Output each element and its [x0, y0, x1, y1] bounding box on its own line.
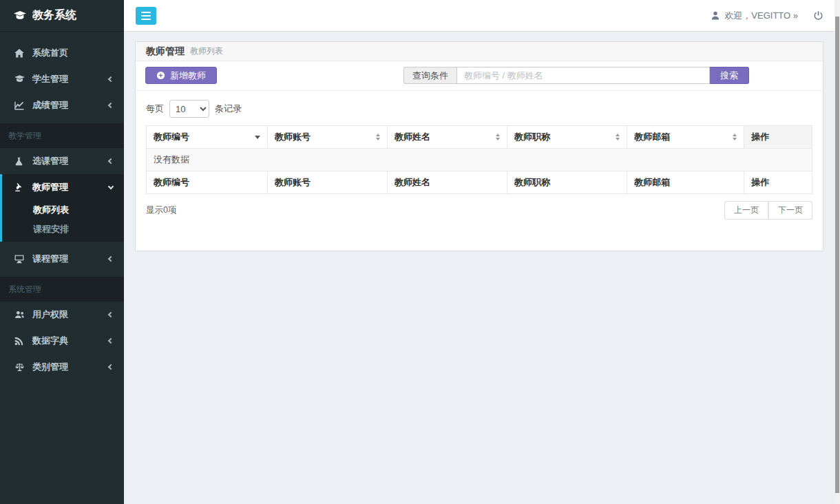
search-input[interactable]: [456, 67, 710, 84]
logout-button[interactable]: [813, 10, 823, 21]
user-menu[interactable]: 欢迎，VEGITTO »: [711, 10, 798, 22]
footer-col-teacher-title: 教师职称: [507, 171, 627, 194]
sort-icon: [496, 134, 500, 140]
panel-header: 教师管理 教师列表: [136, 42, 823, 61]
sidebar-item-label: 数据字典: [32, 335, 109, 347]
page-subtitle: 教师列表: [190, 45, 223, 57]
column-label: 教师编号: [154, 131, 189, 143]
chevron-left-icon: [108, 338, 114, 344]
page-size-control: 每页 10 条记录: [146, 100, 812, 118]
table-header-row: 教师编号 教师账号 教师姓名: [147, 126, 812, 149]
chevron-down-icon: [108, 184, 114, 189]
pagination: 上一页 下一页: [724, 201, 812, 220]
sidebar-item-category-management[interactable]: 类别管理: [0, 354, 124, 380]
chevron-left-icon: [108, 76, 114, 82]
vertical-scrollbar[interactable]: [834, 0, 840, 504]
chevron-left-icon: [108, 364, 114, 370]
users-icon: [14, 311, 26, 319]
welcome-text: 欢迎，VEGITTO »: [724, 10, 798, 22]
footer-col-teacher-account: 教师账号: [267, 171, 387, 194]
plus-circle-icon: [156, 71, 165, 80]
sort-icon: [376, 134, 380, 140]
sidebar-item-label: 学生管理: [32, 73, 109, 85]
desktop-icon: [14, 255, 26, 264]
table-footer-row: 教师编号 教师账号 教师姓名 教师职称 教师邮箱 操作: [147, 171, 812, 194]
user-icon: [711, 11, 720, 20]
page-size-select[interactable]: 10: [169, 100, 209, 118]
sidebar-subitem-label: 课程安排: [33, 223, 69, 235]
sidebar-item-user-permissions[interactable]: 用户权限: [0, 302, 124, 328]
sidebar-item-label: 系统首页: [32, 47, 113, 59]
sidebar-subitem-teacher-list[interactable]: 教师列表: [2, 200, 124, 220]
column-header-teacher-name[interactable]: 教师姓名: [388, 126, 507, 149]
column-header-teacher-id[interactable]: 教师编号: [147, 126, 268, 149]
teacher-table: 教师编号 教师账号 教师姓名: [146, 125, 812, 194]
sidebar-item-label: 选课管理: [32, 155, 109, 167]
next-page-button[interactable]: 下一页: [768, 201, 812, 220]
search-button[interactable]: 搜索: [710, 67, 749, 84]
sidebar-item-course-management[interactable]: 课程管理: [0, 246, 124, 272]
add-teacher-button[interactable]: 新增教师: [145, 67, 217, 84]
column-header-teacher-email[interactable]: 教师邮箱: [627, 126, 744, 149]
app-logo[interactable]: 教务系统: [0, 0, 124, 32]
sidebar-section-teaching: 教学管理: [0, 123, 124, 148]
search-button-label: 搜索: [720, 70, 738, 82]
search-group: 查询条件 搜索: [403, 67, 749, 84]
sort-desc-icon: [255, 136, 260, 139]
top-navbar: 欢迎，VEGITTO »: [124, 0, 834, 32]
sidebar-subitem-label: 教师列表: [33, 204, 69, 216]
sidebar-item-label: 用户权限: [32, 308, 109, 321]
footer-col-teacher-email: 教师邮箱: [627, 171, 744, 194]
home-icon: [14, 49, 26, 58]
footer-col-teacher-id: 教师编号: [147, 171, 268, 194]
add-teacher-label: 新增教师: [170, 70, 206, 82]
column-header-teacher-title[interactable]: 教师职称: [507, 126, 627, 149]
sidebar-item-label: 类别管理: [32, 361, 109, 373]
sidebar-menu: 系统首页 学生管理 成绩管理 教学管理 选课管理: [0, 32, 124, 380]
scrollbar-thumb[interactable]: [835, 17, 839, 493]
prev-page-button[interactable]: 上一页: [724, 201, 768, 220]
chevron-left-icon: [108, 256, 114, 262]
footer-col-teacher-name: 教师姓名: [388, 171, 507, 194]
page-title: 教师管理: [146, 45, 185, 58]
app-title: 教务系统: [32, 8, 76, 23]
table-footer: 显示0项 上一页 下一页: [146, 201, 812, 220]
query-label: 查询条件: [403, 67, 456, 84]
column-header-actions: 操作: [744, 126, 812, 149]
sidebar-toggle-button[interactable]: [136, 7, 156, 25]
chevron-left-icon: [108, 158, 114, 164]
column-label: 操作: [751, 131, 769, 143]
toolbar: 新增教师 查询条件 搜索: [136, 61, 823, 91]
power-icon: [813, 10, 823, 21]
footer-col-actions: 操作: [744, 171, 812, 194]
sidebar-item-student-management[interactable]: 学生管理: [0, 66, 124, 92]
sidebar: 教务系统 系统首页 学生管理 成绩管理 教学管理: [0, 0, 124, 504]
table-area: 每页 10 条记录 教师编号: [136, 91, 823, 251]
gavel-icon: [14, 182, 26, 192]
sidebar-item-teacher-management[interactable]: 教师管理: [2, 174, 124, 200]
sort-icon: [616, 134, 620, 140]
chevron-left-icon: [108, 312, 114, 317]
sidebar-submenu: 教师列表 课程安排: [2, 200, 124, 242]
empty-data-row: 没有数据: [147, 149, 812, 171]
column-label: 教师账号: [275, 131, 311, 143]
flask-icon: [14, 157, 26, 166]
column-header-teacher-account[interactable]: 教师账号: [267, 126, 387, 149]
page-size-suffix: 条记录: [215, 103, 242, 115]
results-info: 显示0项: [146, 204, 176, 216]
sidebar-subitem-course-schedule[interactable]: 课程安排: [2, 220, 124, 239]
sidebar-item-home[interactable]: 系统首页: [0, 40, 124, 66]
sidebar-section-system: 系统管理: [0, 277, 124, 302]
page-size-prefix: 每页: [146, 103, 164, 115]
main-content: 教师管理 教师列表 新增教师 查询条件 搜索 每页 1: [124, 32, 834, 504]
sidebar-item-course-selection[interactable]: 选课管理: [0, 148, 124, 174]
sidebar-treeview-teacher-management: 教师管理 教师列表 课程安排: [0, 174, 124, 242]
sidebar-item-grade-management[interactable]: 成绩管理: [0, 92, 124, 118]
chevron-left-icon: [108, 103, 114, 108]
graduation-cap-icon: [14, 11, 26, 21]
sidebar-item-data-dictionary[interactable]: 数据字典: [0, 328, 124, 354]
teacher-panel: 教师管理 教师列表 新增教师 查询条件 搜索 每页 1: [135, 41, 823, 251]
graduation-cap-icon: [14, 75, 26, 83]
balance-scale-icon: [14, 363, 26, 372]
sort-icon: [733, 134, 737, 140]
